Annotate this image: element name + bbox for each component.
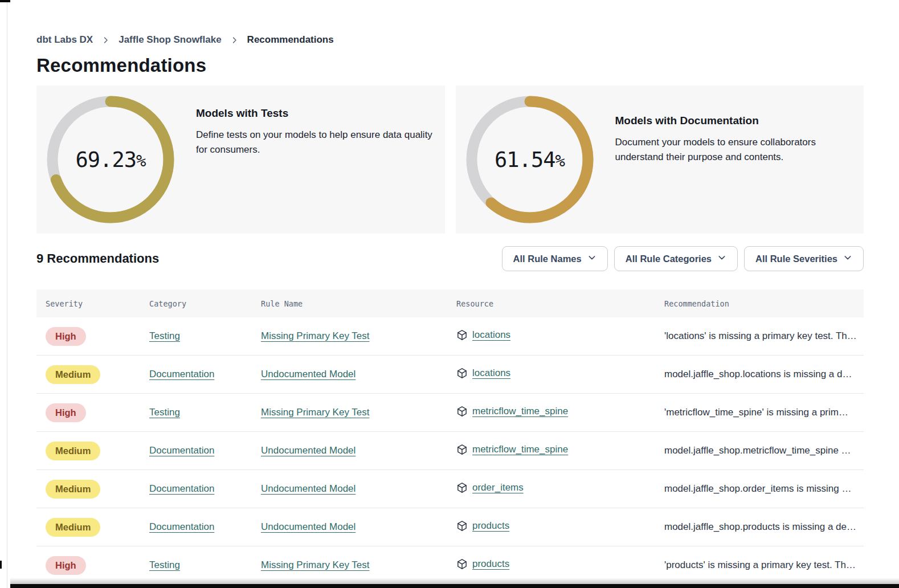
breadcrumb: dbt Labs DX Jaffle Shop Snowflake Recomm… xyxy=(36,34,864,46)
rule-name-cell: Undocumented Model xyxy=(261,369,456,380)
filter-rule-names-dropdown[interactable]: All Rule Names xyxy=(502,246,608,271)
documentation-card-title: Models with Documentation xyxy=(615,115,843,127)
category-link[interactable]: Testing xyxy=(149,407,180,418)
tests-percentage: 69.23% xyxy=(47,96,174,223)
category-link[interactable]: Documentation xyxy=(149,521,214,532)
breadcrumb-current-page: Recommendations xyxy=(247,34,334,46)
rule-name-cell: Missing Primary Key Test xyxy=(261,560,456,571)
recommendation-cell: model.jaffle_shop.metricflow_time_spine … xyxy=(664,445,864,456)
page-title: Recommendations xyxy=(36,55,864,76)
resource-name: order_items xyxy=(472,482,524,493)
recommendation-text: model.jaffle_shop.metricflow_time_spine … xyxy=(664,445,851,456)
filter-rule-severities-label: All Rule Severities xyxy=(755,254,837,264)
severity-cell: High xyxy=(46,403,149,422)
table-row: Medium Documentation Undocumented Model … xyxy=(36,432,864,470)
filter-rule-severities-dropdown[interactable]: All Rule Severities xyxy=(744,246,864,271)
severity-badge: Medium xyxy=(46,480,100,499)
table-body: High Testing Missing Primary Key Test lo… xyxy=(36,317,864,585)
column-header-severity: Severity xyxy=(46,299,149,308)
table-row: High Testing Missing Primary Key Test me… xyxy=(36,394,864,432)
rule-name-link[interactable]: Missing Primary Key Test xyxy=(261,407,370,418)
category-link[interactable]: Documentation xyxy=(149,483,214,494)
screen-edge-artifact-top xyxy=(0,0,10,2)
table-row: Medium Documentation Undocumented Model … xyxy=(36,356,864,394)
severity-badge: Medium xyxy=(46,442,100,460)
model-cube-icon xyxy=(456,558,468,570)
resource-link[interactable]: products xyxy=(456,520,509,532)
severity-badge: Medium xyxy=(46,365,100,384)
table-header-row: Severity Category Rule Name Resource Rec… xyxy=(36,289,864,317)
category-cell: Testing xyxy=(149,560,261,571)
rule-name-cell: Undocumented Model xyxy=(261,445,456,456)
table-row: Medium Documentation Undocumented Model … xyxy=(36,508,864,546)
severity-badge: Medium xyxy=(46,518,100,537)
category-link[interactable]: Testing xyxy=(149,560,180,570)
summary-cards: 69.23% Models with Tests Define tests on… xyxy=(36,85,864,234)
column-header-resource: Resource xyxy=(456,299,664,308)
tests-donut-chart: 69.23% xyxy=(47,96,174,223)
rule-name-cell: Missing Primary Key Test xyxy=(261,407,456,418)
filter-bar: All Rule Names All Rule Categories All R… xyxy=(502,246,864,271)
chevron-down-icon xyxy=(843,253,852,264)
resource-link[interactable]: metricflow_time_spine xyxy=(456,406,568,417)
model-cube-icon xyxy=(456,482,468,493)
recommendation-text: model.jaffle_shop.order_items is missing… xyxy=(664,483,852,494)
rule-name-link[interactable]: Undocumented Model xyxy=(261,445,355,456)
category-link[interactable]: Documentation xyxy=(149,445,214,456)
resource-cell: metricflow_time_spine xyxy=(456,444,664,458)
recommendation-text: 'products' is missing a primary key test… xyxy=(664,560,856,570)
filter-rule-categories-dropdown[interactable]: All Rule Categories xyxy=(614,246,738,271)
chevron-right-icon xyxy=(101,36,110,44)
resource-name: products xyxy=(472,558,509,570)
resource-link[interactable]: locations xyxy=(456,368,510,379)
main-content: dbt Labs DX Jaffle Shop Snowflake Recomm… xyxy=(0,0,899,585)
recommendation-text: 'metricflow_time_spine' is missing a pri… xyxy=(664,407,848,418)
tests-card-description: Define tests on your models to help ensu… xyxy=(196,128,434,157)
breadcrumb-project[interactable]: Jaffle Shop Snowflake xyxy=(118,34,221,46)
recommendation-text: model.jaffle_shop.products is missing a … xyxy=(664,521,856,532)
resource-link[interactable]: products xyxy=(456,558,509,570)
table-row: High Testing Missing Primary Key Test lo… xyxy=(36,317,864,356)
category-cell: Documentation xyxy=(149,483,261,495)
resource-link[interactable]: order_items xyxy=(456,482,524,493)
recommendation-cell: model.jaffle_shop.order_items is missing… xyxy=(664,483,864,495)
filter-rule-categories-label: All Rule Categories xyxy=(626,254,712,264)
rule-name-cell: Undocumented Model xyxy=(261,521,456,533)
recommendation-cell: 'products' is missing a primary key test… xyxy=(664,560,864,571)
resource-link[interactable]: metricflow_time_spine xyxy=(456,444,568,455)
recommendations-list-header: 9 Recommendations All Rule Names All Rul… xyxy=(36,246,864,271)
rule-name-link[interactable]: Missing Primary Key Test xyxy=(261,330,370,341)
chevron-down-icon xyxy=(587,253,596,264)
recommendation-cell: model.jaffle_shop.locations is missing a… xyxy=(664,369,864,380)
resource-name: locations xyxy=(472,368,510,379)
severity-badge: High xyxy=(46,403,86,422)
recommendations-count: 9 Recommendations xyxy=(36,251,159,266)
models-with-tests-card: 69.23% Models with Tests Define tests on… xyxy=(36,85,445,234)
resource-link[interactable]: locations xyxy=(456,329,510,341)
tests-card-title: Models with Tests xyxy=(196,107,434,120)
resource-cell: locations xyxy=(456,329,664,343)
column-header-recommendation: Recommendation xyxy=(664,299,864,308)
rule-name-link[interactable]: Missing Primary Key Test xyxy=(261,560,370,570)
breadcrumb-account[interactable]: dbt Labs DX xyxy=(36,34,93,46)
documentation-card-text: Models with Documentation Document your … xyxy=(615,115,843,205)
recommendation-cell: 'metricflow_time_spine' is missing a pri… xyxy=(664,407,864,418)
resource-cell: locations xyxy=(456,368,664,381)
rule-name-link[interactable]: Undocumented Model xyxy=(261,369,355,379)
rule-name-link[interactable]: Undocumented Model xyxy=(261,521,355,532)
category-cell: Documentation xyxy=(149,369,261,380)
tests-card-text: Models with Tests Define tests on your m… xyxy=(196,107,434,212)
window-edge-line xyxy=(7,0,7,588)
resource-cell: products xyxy=(456,520,664,534)
severity-cell: Medium xyxy=(46,442,149,460)
category-link[interactable]: Testing xyxy=(149,330,180,341)
chevron-down-icon xyxy=(717,253,726,264)
category-link[interactable]: Documentation xyxy=(149,369,214,379)
severity-cell: Medium xyxy=(46,518,149,537)
rule-name-link[interactable]: Undocumented Model xyxy=(261,483,355,494)
chevron-right-icon xyxy=(230,36,239,44)
category-cell: Documentation xyxy=(149,445,261,456)
recommendation-text: model.jaffle_shop.locations is missing a… xyxy=(664,369,852,379)
column-header-category: Category xyxy=(149,299,261,308)
filter-rule-names-label: All Rule Names xyxy=(513,254,582,264)
